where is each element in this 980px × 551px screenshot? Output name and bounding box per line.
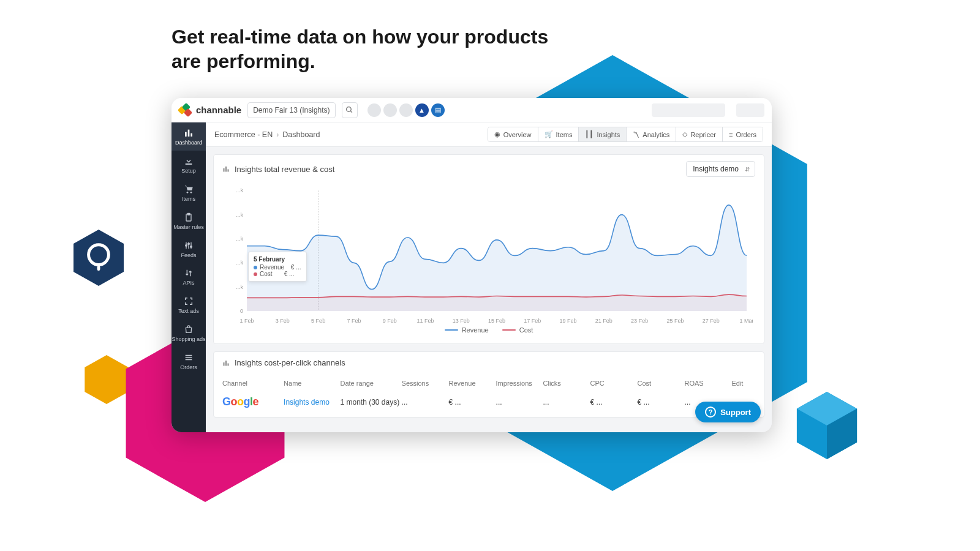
col-header: Name bbox=[284, 380, 340, 387]
sidebar-label: APIs bbox=[183, 280, 194, 287]
breadcrumb: Ecommerce - EN › Dashboard bbox=[214, 130, 320, 139]
svg-rect-12 bbox=[188, 130, 190, 137]
svg-text:23 Feb: 23 Feb bbox=[631, 318, 648, 324]
svg-marker-0 bbox=[74, 230, 124, 286]
tab-repricer[interactable]: ◇Repricer bbox=[676, 127, 723, 141]
name-link[interactable]: Insights demo bbox=[284, 398, 340, 407]
sidebar-item-apis[interactable]: APIs bbox=[172, 263, 206, 291]
decor-cube-blue bbox=[796, 392, 858, 459]
sidebar-label: Shopping ads bbox=[172, 337, 205, 343]
sidebar-item-items[interactable]: Items bbox=[172, 179, 206, 207]
avatar-doc-icon[interactable]: ▤ bbox=[431, 103, 445, 117]
card-header: Insights cost-per-click channels bbox=[214, 352, 764, 373]
bars-icon: ┃┃ bbox=[585, 130, 594, 138]
svg-text:1 Feb: 1 Feb bbox=[240, 318, 254, 324]
svg-text:...k: ...k bbox=[236, 236, 243, 242]
cell: 1 month (30 days) bbox=[340, 398, 401, 407]
cell: ... bbox=[402, 398, 449, 407]
tab-orders[interactable]: ≡Orders bbox=[723, 127, 763, 141]
project-select[interactable]: Demo Fair 13 (Insights) bbox=[247, 102, 335, 118]
sidebar-item-feeds[interactable]: Feeds bbox=[172, 235, 206, 263]
sidebar-label: Items bbox=[182, 197, 195, 203]
tab-analytics[interactable]: 〽Analytics bbox=[627, 127, 676, 141]
svg-rect-2 bbox=[97, 266, 100, 271]
col-header: Edit bbox=[731, 380, 755, 387]
svg-text:11 Feb: 11 Feb bbox=[417, 318, 434, 324]
svg-text:25 Feb: 25 Feb bbox=[666, 318, 684, 324]
svg-text:1 Mar: 1 Mar bbox=[739, 318, 753, 324]
sidebar-label: Setup bbox=[181, 168, 196, 174]
chart-source-dropdown[interactable]: Insights demo bbox=[686, 161, 755, 177]
col-header: ROAS bbox=[684, 380, 731, 387]
sidebar-item-dashboard[interactable]: Dashboard bbox=[172, 122, 206, 151]
tab-items[interactable]: 🛒Items bbox=[538, 127, 579, 141]
chart-card: Insights total revenue & cost Insights d… bbox=[213, 154, 764, 344]
svg-text:7 Feb: 7 Feb bbox=[347, 318, 361, 324]
cell: € ... bbox=[590, 398, 638, 407]
card-title-text: Insights cost-per-click channels bbox=[235, 358, 345, 367]
sidebar-item-setup[interactable]: Setup bbox=[172, 151, 206, 179]
avatar[interactable] bbox=[383, 103, 397, 117]
svg-text:13 Feb: 13 Feb bbox=[453, 318, 470, 324]
avatar[interactable] bbox=[368, 103, 381, 117]
sidebar-item-shopping-ads[interactable]: Shopping ads bbox=[172, 319, 206, 347]
tab-label: Insights bbox=[597, 131, 620, 138]
svg-rect-52 bbox=[228, 363, 229, 365]
bag-icon bbox=[183, 324, 194, 335]
sidebar-item-master-rules[interactable]: Master rules bbox=[172, 207, 206, 235]
svg-text:19 Feb: 19 Feb bbox=[560, 318, 577, 324]
tab-insights[interactable]: ┃┃Insights bbox=[579, 127, 627, 141]
sidebar-item-text-ads[interactable]: Text ads bbox=[172, 291, 206, 319]
project-label: Demo Fair 13 (Insights) bbox=[253, 106, 330, 114]
clipboard-icon bbox=[183, 212, 194, 223]
tab-label: Items bbox=[556, 131, 573, 138]
cell: € ... bbox=[638, 398, 685, 407]
support-button[interactable]: ? Support bbox=[695, 402, 761, 422]
app-window: channable Demo Fair 13 (Insights) ▲ ▤ Da… bbox=[172, 98, 772, 432]
col-header: CPC bbox=[590, 380, 638, 387]
cart-icon bbox=[183, 184, 194, 195]
svg-text:...k: ...k bbox=[236, 260, 243, 266]
breadcrumb-item[interactable]: Ecommerce - EN bbox=[214, 130, 273, 139]
expand-icon bbox=[183, 296, 194, 307]
download-icon bbox=[183, 156, 194, 167]
diamond-icon: ◇ bbox=[682, 130, 687, 138]
avatar-group: ▲ ▤ bbox=[368, 103, 445, 117]
table-card: Insights cost-per-click channels Channel… bbox=[213, 351, 764, 418]
col-header: Revenue bbox=[449, 380, 496, 387]
sidebar-item-orders[interactable]: Orders bbox=[172, 347, 206, 375]
svg-rect-25 bbox=[224, 168, 225, 172]
avatar-org-icon[interactable]: ▲ bbox=[415, 103, 429, 117]
trend-icon: 〽 bbox=[633, 131, 639, 138]
topbar-placeholder bbox=[736, 103, 764, 117]
sidebar: Dashboard Setup Items Master rules Feeds… bbox=[172, 122, 206, 432]
avatar[interactable] bbox=[399, 103, 413, 117]
table-row: Google Insights demo 1 month (30 days) .… bbox=[214, 391, 764, 417]
sidebar-label: Dashboard bbox=[175, 140, 202, 146]
decor-hex-dark bbox=[74, 230, 124, 286]
brand-logo-icon bbox=[179, 104, 191, 116]
search-icon bbox=[345, 106, 353, 114]
card-header: Insights total revenue & cost Insights d… bbox=[214, 155, 764, 183]
svg-rect-27 bbox=[228, 170, 229, 172]
tooltip-date: 5 February bbox=[254, 256, 301, 263]
cell: ... bbox=[543, 398, 590, 407]
svg-rect-18 bbox=[187, 213, 190, 215]
search-button[interactable] bbox=[342, 102, 358, 118]
subbar: Ecommerce - EN › Dashboard ◉Overview 🛒It… bbox=[206, 122, 772, 147]
breadcrumb-item[interactable]: Dashboard bbox=[282, 130, 320, 139]
col-header: Clicks bbox=[543, 380, 590, 387]
eye-icon: ◉ bbox=[494, 130, 500, 138]
col-header: Channel bbox=[222, 380, 284, 387]
tab-label: Analytics bbox=[643, 131, 669, 138]
tab-overview[interactable]: ◉Overview bbox=[488, 127, 538, 141]
svg-text:...k: ...k bbox=[236, 284, 243, 290]
bars-icon bbox=[222, 165, 230, 173]
svg-text:5 Feb: 5 Feb bbox=[311, 318, 325, 324]
svg-rect-14 bbox=[186, 163, 192, 165]
col-header: Impressions bbox=[496, 380, 543, 387]
svg-text:17 Feb: 17 Feb bbox=[524, 318, 541, 324]
svg-text:27 Feb: 27 Feb bbox=[703, 318, 720, 324]
legend-item-cost: Cost bbox=[502, 326, 533, 334]
bars-icon bbox=[222, 359, 230, 367]
